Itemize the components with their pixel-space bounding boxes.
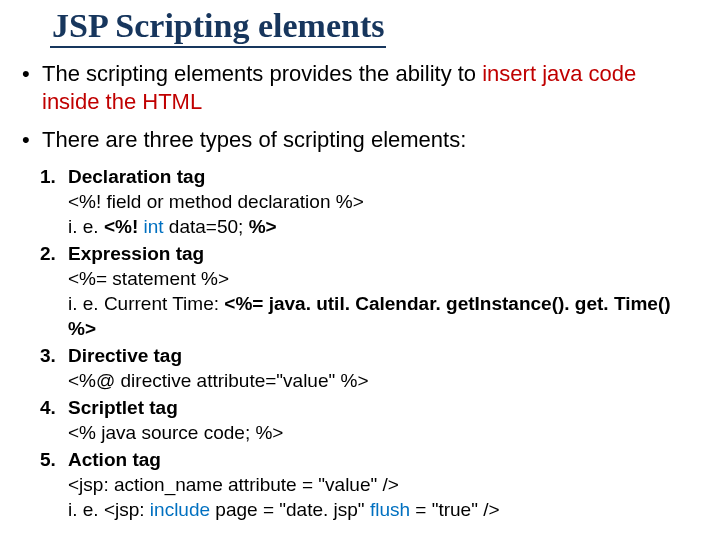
- list-item: Expression tag <%= statement %> i. e. Cu…: [68, 241, 698, 341]
- item-head: Action tag: [68, 447, 698, 472]
- slide-title: JSP Scripting elements: [50, 8, 386, 48]
- bullet-2-text: There are three types of scripting eleme…: [42, 126, 466, 154]
- t: <%!: [104, 216, 144, 237]
- item-line: i. e. Current Time: <%= java. util. Cale…: [68, 291, 698, 341]
- bullet-1: • The scripting elements provides the ab…: [22, 60, 698, 116]
- item-head: Declaration tag: [68, 164, 698, 189]
- keyword: include: [150, 499, 210, 520]
- numbered-list: Declaration tag <%! field or method decl…: [22, 164, 698, 522]
- keyword: int: [144, 216, 164, 237]
- bullet-2: • There are three types of scripting ele…: [22, 126, 698, 154]
- bullet-dot: •: [22, 60, 42, 88]
- item-line: i. e. <jsp: include page = "date. jsp" f…: [68, 497, 698, 522]
- item-head: Scriptlet tag: [68, 395, 698, 420]
- t: %>: [249, 216, 277, 237]
- item-line: <%! field or method declaration %>: [68, 189, 698, 214]
- bullet-1-pre: The scripting elements provides the abil…: [42, 61, 482, 86]
- item-head: Directive tag: [68, 343, 698, 368]
- item-line: <%= statement %>: [68, 266, 698, 291]
- list-item: Action tag <jsp: action_name attribute =…: [68, 447, 698, 522]
- item-head: Expression tag: [68, 241, 698, 266]
- t: page = "date. jsp": [210, 499, 370, 520]
- item-line: <% java source code; %>: [68, 420, 698, 445]
- t: data=50;: [164, 216, 249, 237]
- keyword: flush: [370, 499, 410, 520]
- t: i. e.: [68, 216, 104, 237]
- item-line: i. e. <%! int data=50; %>: [68, 214, 698, 239]
- list-item: Scriptlet tag <% java source code; %>: [68, 395, 698, 445]
- list-item: Directive tag <%@ directive attribute="v…: [68, 343, 698, 393]
- t: i. e. Current Time:: [68, 293, 224, 314]
- item-line: <%@ directive attribute="value" %>: [68, 368, 698, 393]
- t: i. e. <jsp:: [68, 499, 150, 520]
- slide: JSP Scripting elements • The scripting e…: [0, 0, 720, 540]
- bullet-1-text: The scripting elements provides the abil…: [42, 60, 698, 116]
- bullet-dot: •: [22, 126, 42, 154]
- list-item: Declaration tag <%! field or method decl…: [68, 164, 698, 239]
- t: = "true" />: [410, 499, 500, 520]
- item-line: <jsp: action_name attribute = "value" />: [68, 472, 698, 497]
